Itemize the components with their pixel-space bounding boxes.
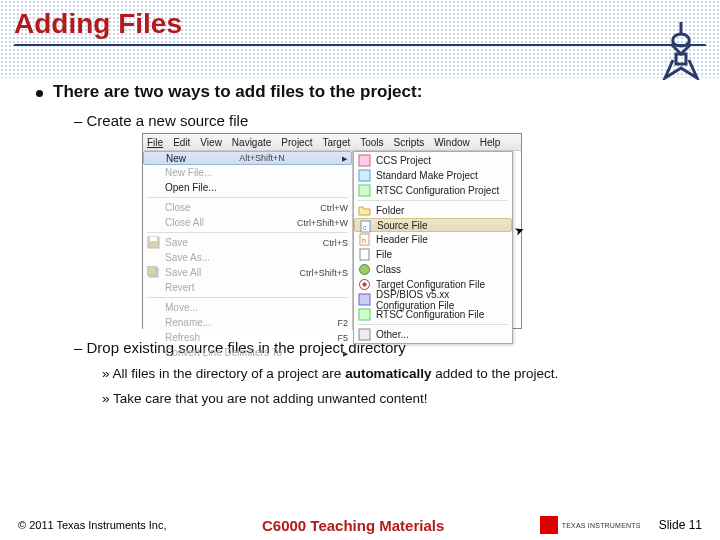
menu-shortcut: Ctrl+Shift+S: [299, 268, 348, 278]
menu-item-rtsc-configuration-project[interactable]: RTSC Configuration Project: [354, 183, 512, 198]
file-menu: NewAlt+Shift+NNew File...Open File...Clo…: [143, 151, 353, 330]
menu-item-label: Revert: [165, 282, 194, 293]
menu-item-label: RTSC Configuration File: [376, 309, 484, 320]
file-icon: [358, 248, 371, 261]
menu-item-standard-make-project[interactable]: Standard Make Project: [354, 168, 512, 183]
saveall-icon: [147, 266, 160, 279]
menubar-item-view[interactable]: View: [200, 137, 222, 148]
menu-item-label: Close All: [165, 217, 204, 228]
content-area: There are two ways to add files to the p…: [0, 46, 720, 406]
menu-item-class[interactable]: Class: [354, 262, 512, 277]
save-icon: [147, 236, 160, 249]
menubar-item-file[interactable]: File: [147, 137, 163, 148]
folder-icon: [358, 204, 371, 217]
menu-screenshot: FileEditViewNavigateProjectTargetToolsSc…: [142, 133, 522, 329]
svg-rect-12: [360, 249, 369, 260]
ti-logo: TEXAS INSTRUMENTS: [540, 516, 641, 534]
bullet-dot-icon: [36, 90, 43, 97]
footer-title: C6000 Teaching Materials: [262, 517, 444, 534]
svg-point-15: [363, 283, 367, 287]
menu-item-open-file[interactable]: Open File...: [143, 180, 352, 195]
rtsc-icon: [358, 184, 371, 197]
menu-item-new[interactable]: NewAlt+Shift+N: [143, 151, 352, 165]
target-icon: [358, 278, 371, 291]
menubar-item-help[interactable]: Help: [480, 137, 501, 148]
svg-text:c: c: [363, 224, 367, 231]
menu-item-label: New File...: [165, 167, 212, 178]
menu-item-label: Open File...: [165, 182, 217, 193]
copyright: © 2011 Texas Instruments Inc,: [18, 519, 167, 531]
menu-item-ccs-project[interactable]: CCS Project: [354, 153, 512, 168]
b3a-pre: All files in the directory of a project …: [113, 366, 346, 381]
menubar-item-navigate[interactable]: Navigate: [232, 137, 271, 148]
menu-item-label: Other...: [376, 329, 409, 340]
menu-item-source-file[interactable]: cSource File: [354, 218, 512, 232]
ti-logo-text: TEXAS INSTRUMENTS: [562, 522, 641, 529]
submenu-arrow-icon: [338, 153, 347, 163]
menubar-item-window[interactable]: Window: [434, 137, 470, 148]
menu-item-save: SaveCtrl+S: [143, 235, 352, 250]
make-icon: [358, 169, 371, 182]
slide-title: Adding Files: [0, 0, 720, 44]
svg-rect-16: [359, 294, 370, 305]
menu-item-rtsc-configuration-file[interactable]: RTSC Configuration File: [354, 307, 512, 322]
menu-item-new-file: New File...: [143, 165, 352, 180]
menu-item-dsp-bios-v5-xx-configuration-file[interactable]: DSP/BIOS v5.xx Configuration File: [354, 292, 512, 307]
bios-icon: [358, 293, 371, 306]
menubar: FileEditViewNavigateProjectTargetToolsSc…: [143, 134, 521, 151]
svg-rect-17: [359, 309, 370, 320]
menu-separator: [358, 324, 508, 325]
institution-logo: [658, 20, 704, 84]
menu-item-label: Rename...: [165, 317, 211, 328]
menu-item-label: Move...: [165, 302, 198, 313]
menubar-item-scripts[interactable]: Scripts: [394, 137, 425, 148]
menu-item-refresh: RefreshF5: [143, 330, 352, 345]
cursor-icon: ➤: [512, 223, 526, 240]
menubar-item-target[interactable]: Target: [322, 137, 350, 148]
b3a-bold: automatically: [345, 366, 431, 381]
svg-text:h: h: [362, 237, 366, 244]
menu-item-label: Source File: [377, 220, 428, 231]
class-icon: [358, 263, 371, 276]
menu-item-close-all: Close AllCtrl+Shift+W: [143, 215, 352, 230]
menu-separator: [147, 232, 348, 233]
menu-item-label: RTSC Configuration Project: [376, 185, 499, 196]
bullet-level1: There are two ways to add files to the p…: [36, 82, 698, 102]
menu-item-move: Move...: [143, 300, 352, 315]
menu-shortcut: F2: [337, 318, 348, 328]
bullet-level3-b: Take care that you are not adding unwant…: [102, 391, 698, 406]
menu-item-label: Standard Make Project: [376, 170, 478, 181]
menu-shortcut: F5: [337, 333, 348, 343]
menu-item-label: New: [166, 153, 186, 164]
menu-item-label: CCS Project: [376, 155, 431, 166]
slide-number: Slide 11: [659, 518, 702, 532]
svg-rect-6: [359, 170, 370, 181]
menu-separator: [147, 197, 348, 198]
menu-item-convert-line-delimiters-to: Convert Line Delimiters To: [143, 345, 352, 360]
menubar-item-project[interactable]: Project: [281, 137, 312, 148]
menu-item-label: Save All: [165, 267, 201, 278]
menu-item-header-file[interactable]: hHeader File: [354, 232, 512, 247]
svg-point-13: [360, 265, 370, 275]
menubar-item-edit[interactable]: Edit: [173, 137, 190, 148]
menu-item-label: Refresh: [165, 332, 200, 343]
new-submenu: ➤ CCS ProjectStandard Make ProjectRTSC C…: [353, 151, 513, 344]
svg-rect-2: [150, 237, 157, 241]
ti-logo-icon: [540, 516, 558, 534]
menu-item-label: Class: [376, 264, 401, 275]
title-underline: [14, 44, 706, 46]
menu-item-revert: Revert: [143, 280, 352, 295]
menubar-item-tools[interactable]: Tools: [360, 137, 383, 148]
menu-item-file[interactable]: File: [354, 247, 512, 262]
menu-item-other[interactable]: Other...: [354, 327, 512, 342]
svg-rect-7: [359, 185, 370, 196]
svg-rect-5: [359, 155, 370, 166]
menu-separator: [358, 200, 508, 201]
submenu-arrow-icon: [339, 348, 348, 358]
menu-item-label: File: [376, 249, 392, 260]
bullet-level3-a: All files in the directory of a project …: [102, 366, 698, 381]
hfile-icon: h: [358, 233, 371, 246]
menu-item-folder[interactable]: Folder: [354, 203, 512, 218]
rtscf-icon: [358, 308, 371, 321]
menu-shortcut: Alt+Shift+N: [239, 153, 285, 163]
